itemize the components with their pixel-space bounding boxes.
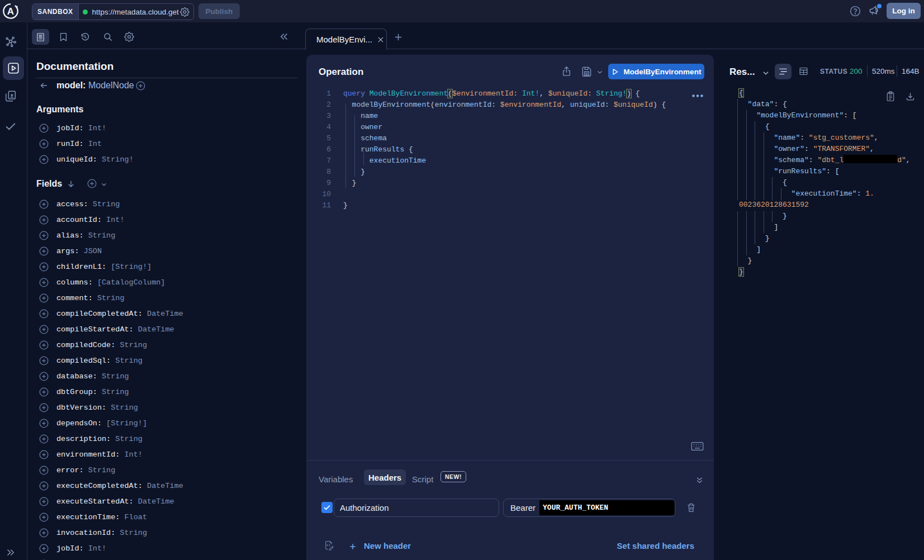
svg-text:A: A <box>7 6 14 17</box>
